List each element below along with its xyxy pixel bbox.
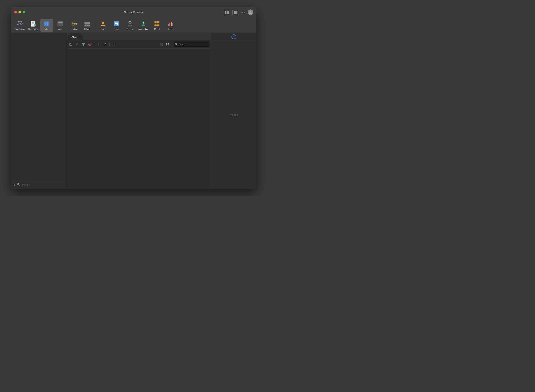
- object-toolbar: 🔍: [67, 40, 211, 48]
- view-icon: [57, 20, 64, 27]
- toolbar-item-query[interactable]: Query: [110, 19, 123, 32]
- query-icon: [113, 20, 120, 27]
- tab-bar: Objects: [67, 33, 211, 40]
- filter-icon: ⇅: [13, 183, 15, 186]
- grid-view-button[interactable]: [165, 42, 170, 47]
- toolbar-sep-1: [95, 21, 95, 29]
- objects-panel: Objects: [67, 33, 211, 189]
- sidebar-search-input[interactable]: [22, 183, 64, 186]
- others-label: Others: [84, 28, 90, 30]
- new-query-label: New Query: [28, 28, 38, 30]
- svg-rect-67: [167, 43, 169, 44]
- export-button[interactable]: [102, 42, 108, 47]
- others-icon: [83, 20, 91, 27]
- toolbar-item-view[interactable]: View: [54, 19, 67, 32]
- objects-tab[interactable]: Objects: [68, 34, 83, 40]
- connection-label: Connection: [15, 28, 25, 30]
- svg-rect-1: [227, 11, 229, 14]
- object-content-area: [67, 48, 211, 189]
- import-button[interactable]: [96, 42, 101, 47]
- minimize-button[interactable]: [18, 11, 21, 14]
- obj-sep-3: [172, 42, 172, 46]
- svg-point-41: [143, 25, 143, 26]
- svg-point-34: [102, 22, 104, 24]
- svg-rect-44: [154, 21, 157, 23]
- user-label: User: [101, 28, 105, 30]
- sidebar: ⇅ 🔍: [11, 33, 67, 189]
- toolbar-item-function[interactable]: f(x) Function: [67, 19, 80, 32]
- svg-point-4: [250, 11, 251, 12]
- svg-text:f(x): f(x): [72, 22, 77, 26]
- query-label: Query: [114, 28, 119, 30]
- sidebar-view-button[interactable]: [224, 10, 230, 15]
- connection-icon: [16, 20, 23, 27]
- toolbar-item-table[interactable]: Table: [40, 19, 53, 32]
- remove-button[interactable]: [87, 42, 93, 47]
- backup-label: Backup: [127, 28, 133, 30]
- svg-rect-16: [44, 22, 49, 26]
- toolbar-item-user[interactable]: User: [97, 19, 110, 32]
- search-icon-sidebar: 🔍: [17, 183, 20, 186]
- toolbar-item-connection[interactable]: Connection: [14, 19, 26, 32]
- svg-rect-2: [234, 11, 236, 14]
- table-icon: [43, 20, 50, 27]
- list-view-button[interactable]: [158, 42, 164, 47]
- svg-rect-69: [167, 44, 169, 46]
- right-panel: i No Info: [211, 33, 256, 189]
- svg-rect-0: [225, 11, 226, 14]
- svg-point-37: [129, 23, 131, 24]
- function-label: Function: [70, 28, 77, 30]
- charts-label: Charts: [167, 28, 173, 30]
- maximize-button[interactable]: [23, 11, 25, 14]
- object-search-icon: 🔍: [175, 43, 178, 46]
- svg-rect-51: [168, 24, 169, 26]
- svg-rect-33: [87, 24, 90, 27]
- new-query-icon: [30, 20, 37, 27]
- svg-rect-39: [143, 24, 144, 24]
- svg-rect-47: [157, 24, 159, 26]
- toolbar-item-new-query[interactable]: New Query: [27, 19, 40, 32]
- refresh-button[interactable]: [111, 42, 117, 47]
- svg-point-43: [143, 22, 144, 23]
- toolbar-item-charts[interactable]: Charts: [164, 19, 177, 32]
- add-button[interactable]: [81, 42, 86, 47]
- view-label: View: [241, 11, 246, 13]
- svg-rect-30: [85, 22, 87, 24]
- svg-rect-66: [166, 43, 167, 44]
- detail-view-button[interactable]: [233, 10, 239, 15]
- svg-rect-32: [85, 24, 87, 27]
- svg-rect-23: [57, 22, 63, 23]
- automation-icon: [140, 20, 147, 27]
- svg-point-8: [18, 21, 19, 22]
- edit-button[interactable]: [74, 42, 80, 47]
- right-panel-header: i: [211, 33, 256, 40]
- toolbar-item-model[interactable]: Model: [151, 19, 163, 32]
- svg-rect-52: [169, 23, 170, 26]
- svg-rect-68: [166, 44, 167, 46]
- model-icon: [153, 20, 160, 27]
- object-search-input[interactable]: [174, 42, 209, 47]
- svg-rect-3: [236, 11, 237, 14]
- object-search-wrap: 🔍: [174, 42, 209, 47]
- model-label: Model: [154, 28, 159, 30]
- main-toolbar: Connection New Query: [11, 17, 256, 33]
- toolbar-item-backup[interactable]: Backup: [124, 19, 136, 32]
- close-button[interactable]: [14, 11, 17, 14]
- toolbar-item-automation[interactable]: Automation: [137, 19, 150, 32]
- titlebar: Navicat Premium View: [11, 7, 256, 17]
- user-icon: [100, 20, 107, 27]
- window-title: Navicat Premium: [124, 11, 144, 14]
- svg-rect-53: [171, 22, 172, 26]
- sidebar-view-icon: [224, 10, 230, 15]
- svg-rect-62: [104, 45, 106, 45]
- avatar[interactable]: [248, 9, 253, 15]
- toolbar-item-others[interactable]: Others: [81, 19, 93, 32]
- sidebar-bottom: ⇅ 🔍: [11, 180, 66, 189]
- main-window: Navicat Premium View: [11, 7, 256, 189]
- charts-icon: [167, 20, 174, 27]
- open-button[interactable]: [68, 42, 74, 47]
- svg-point-5: [17, 23, 19, 25]
- obj-sep-1: [94, 42, 94, 46]
- main-area: ⇅ 🔍 Objects: [11, 33, 256, 189]
- table-label: Table: [44, 28, 49, 30]
